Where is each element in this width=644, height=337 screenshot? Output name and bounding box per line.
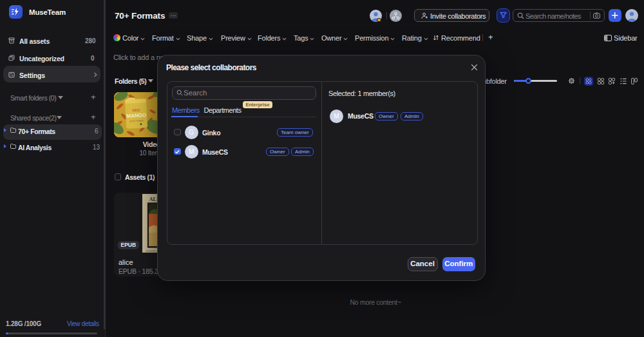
svg-text:KEO: KEO <box>132 108 140 113</box>
svg-text:MANGO: MANGO <box>126 112 146 119</box>
svg-text:?: ? <box>10 57 12 60</box>
